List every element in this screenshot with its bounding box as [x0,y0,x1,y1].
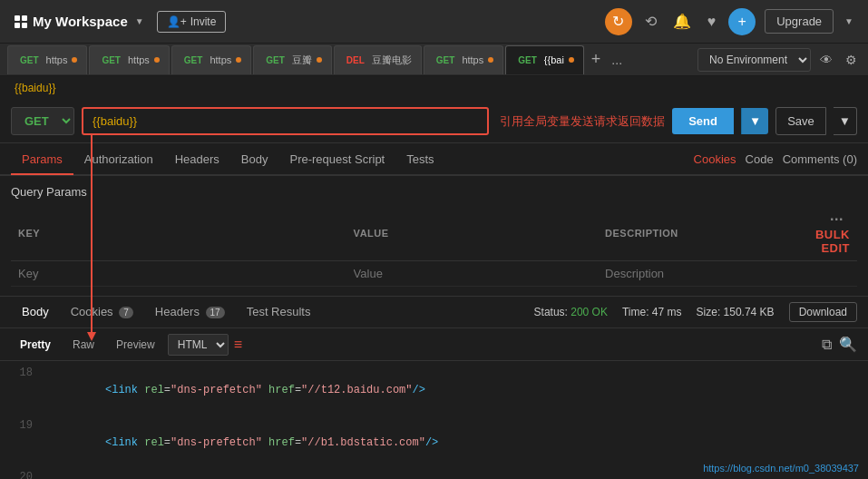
history-icon-button[interactable]: ⟲ [641,9,660,34]
copy-icon-button[interactable]: ⧉ [822,336,832,353]
sub-tab-authorization[interactable]: Authorization [73,145,164,175]
resp-tab-headers[interactable]: Headers 17 [144,298,236,327]
code-line-18: 18 <link rel="dns-prefetch" href="//t12.… [11,365,857,417]
tab-add-button[interactable]: + [586,50,607,69]
save-dropdown-button[interactable]: ▼ [834,107,857,135]
plus-icon-button[interactable]: + [728,8,756,35]
method-badge-6: GET [515,54,540,66]
upgrade-dropdown-arrow[interactable]: ▼ [844,16,853,26]
format-icon-button[interactable]: ≡ [234,337,242,353]
invite-button[interactable]: 👤+ Invite [157,11,227,33]
cookies-link[interactable]: Cookies [694,152,736,166]
table-row [11,261,857,287]
time-value: 47 ms [652,306,682,318]
tab-url-5: https [462,54,483,65]
status-label: Status: 200 OK [534,306,608,318]
app-logo: My Workspace ▼ [15,14,144,29]
env-gear-button[interactable]: ⚙ [842,49,861,71]
time-display: Time: 47 ms [622,306,682,318]
params-table: KEY VALUE DESCRIPTION ··· Bulk Edit [11,206,857,287]
tab-1[interactable]: GET https [89,45,169,74]
bulk-edit-button[interactable]: Bulk Edit [815,228,850,255]
tab-4[interactable]: DEL 豆瓣电影 [334,45,422,74]
tab-6-active[interactable]: GET {{bai [505,45,584,74]
sub-tab-tests[interactable]: Tests [395,145,444,175]
heart-icon-button[interactable]: ♥ [704,10,720,34]
sub-tab-prerequest[interactable]: Pre-request Script [278,145,395,175]
sub-tabs: Params Authorization Headers Body Pre-re… [0,143,868,176]
download-button[interactable]: Download [789,302,857,322]
tab-url-0: https [46,54,68,65]
method-select[interactable]: GET [11,107,74,135]
url-hint: 引用全局变量发送请求返回数据 [500,113,665,130]
tab-2[interactable]: GET https [171,45,251,74]
send-button[interactable]: Send [672,108,734,134]
sub-tabs-right: Cookies Code Comments (0) [445,152,857,166]
sub-tab-headers[interactable]: Headers [164,145,230,175]
tabs-bar: GET https GET https GET https GET 豆瓣 DEL… [0,44,868,76]
format-tabs: Pretty Raw Preview HTML ≡ ⧉ 🔍 [0,328,868,361]
resp-tab-cookies[interactable]: Cookies 7 [60,298,144,327]
upgrade-button[interactable]: Upgrade [765,9,834,34]
env-eye-button[interactable]: 👁 [816,49,836,71]
active-tab-url: {{baidu}} [0,76,868,100]
env-select[interactable]: No Environment [697,48,811,72]
headers-badge: 17 [206,307,225,318]
col-header-desc: DESCRIPTION [598,206,808,261]
top-nav: My Workspace ▼ 👤+ Invite ↻ ⟲ 🔔 ♥ + Upgra… [0,0,868,44]
col-header-actions: ··· Bulk Edit [808,206,857,261]
workspace-name: My Workspace [33,14,128,29]
method-badge-2: GET [181,54,206,66]
key-input[interactable] [18,267,339,280]
status-value: 200 OK [571,306,608,318]
tab-5[interactable]: GET https [424,45,503,74]
resp-tab-testresults[interactable]: Test Results [236,298,322,327]
format-select[interactable]: HTML [168,334,229,356]
fmt-tab-raw[interactable]: Raw [63,336,103,354]
value-input[interactable] [354,267,590,280]
tab-dot-0 [72,57,77,63]
tab-0[interactable]: GET https [7,45,87,74]
resp-tab-body[interactable]: Body [11,298,60,327]
code-area: 18 <link rel="dns-prefetch" href="//t12.… [0,361,868,479]
tab-dot-5 [488,57,493,63]
more-dots-icon[interactable]: ··· [830,211,844,227]
comments-link[interactable]: Comments (0) [783,152,857,166]
user-plus-icon: 👤+ [167,15,187,28]
sub-tab-params[interactable]: Params [11,145,73,175]
resp-status: Status: 200 OK Time: 47 ms Size: 150.74 … [321,302,857,322]
send-dropdown-button[interactable]: ▼ [741,108,768,134]
desc-input[interactable] [605,267,801,280]
cookies-badge: 7 [119,307,133,318]
method-badge-0: GET [17,54,42,66]
tab-dot-3 [317,57,322,63]
workspace-dropdown-arrow[interactable]: ▼ [135,16,144,26]
method-badge-3: GET [263,54,288,66]
fmt-right: ⧉ 🔍 [246,336,857,353]
size-display: Size: 150.74 KB [697,306,775,318]
tab-more-button[interactable]: ... [606,53,628,67]
save-button[interactable]: Save [775,107,826,135]
refresh-icon-button[interactable]: ↻ [605,8,632,35]
bell-icon-button[interactable]: 🔔 [669,9,695,34]
query-params-title: Query Params [11,185,857,199]
search-icon-button[interactable]: 🔍 [839,336,857,353]
code-link[interactable]: Code [746,152,774,166]
method-badge-4: DEL [344,54,367,66]
response-tabs: Body Cookies 7 Headers 17 Test Results S… [0,296,868,328]
sub-tab-body[interactable]: Body [230,145,279,175]
code-line-19: 19 <link rel="dns-prefetch" href="//b1.b… [11,417,857,470]
col-header-value: VALUE [346,206,598,261]
tab-3[interactable]: GET 豆瓣 [253,45,332,74]
tab-url-1: https [128,54,150,65]
params-area: Query Params KEY VALUE DESCRIPTION ··· B… [0,176,868,296]
method-badge-1: GET [99,54,123,66]
request-area: GET 引用全局变量发送请求返回数据 Send ▼ Save ▼ [0,100,868,143]
fmt-tab-preview[interactable]: Preview [107,336,164,354]
fmt-tab-pretty[interactable]: Pretty [11,336,60,354]
watermark: https://blog.csdn.net/m0_38039437 [703,463,859,474]
tab-dot-6 [569,57,574,63]
url-input[interactable] [82,107,489,135]
tab-url-2: https [210,54,231,65]
tab-dot-2 [236,57,241,63]
